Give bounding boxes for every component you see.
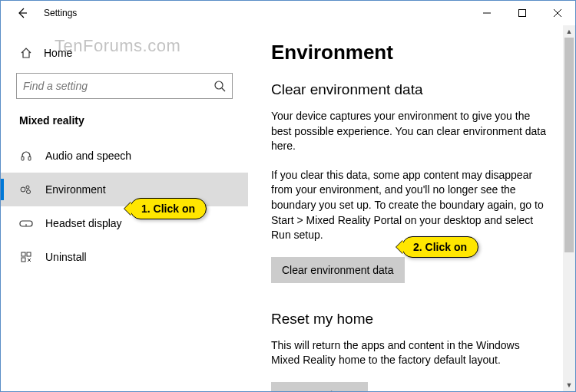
close-icon (554, 9, 561, 17)
home-label: Home (44, 47, 72, 59)
scroll-up-arrow-icon[interactable]: ▲ (563, 25, 575, 38)
section-title-reset-home: Reset my home (271, 311, 557, 328)
section-title-clear-env: Clear environment data (271, 81, 557, 98)
svg-rect-10 (22, 258, 25, 262)
svg-point-1 (215, 81, 223, 89)
clear-environment-data-button[interactable]: Clear environment data (271, 257, 405, 283)
svg-point-4 (21, 187, 25, 192)
clear-env-para2: If you clear this data, some app content… (271, 168, 548, 243)
home-icon (19, 47, 33, 59)
sidebar: Home Mixed reality Audio and speech Envi… (1, 25, 248, 391)
sidebar-home[interactable]: Home (16, 38, 233, 68)
minimize-icon (483, 9, 491, 17)
sidebar-item-label: Uninstall (45, 251, 87, 263)
svg-rect-8 (22, 252, 25, 256)
sidebar-item-label: Audio and speech (45, 150, 131, 162)
search-box[interactable] (16, 73, 233, 99)
svg-point-6 (27, 190, 31, 194)
main-panel: Environment Clear environment data Your … (248, 25, 575, 391)
maximize-button[interactable] (505, 1, 540, 25)
clear-env-para1: Your device captures your environment to… (271, 109, 548, 154)
callout-1: 1. Click on (130, 198, 207, 219)
arrow-left-icon (16, 7, 28, 19)
reset-my-home-button[interactable]: Reset my home (271, 382, 368, 391)
close-button[interactable] (540, 1, 575, 25)
maximize-icon (518, 9, 526, 17)
titlebar: Settings (1, 1, 575, 25)
sidebar-item-uninstall[interactable]: Uninstall (1, 240, 248, 274)
back-button[interactable] (7, 1, 38, 25)
search-input[interactable] (23, 80, 214, 92)
sidebar-item-label: Environment (45, 183, 106, 196)
headphones-icon (19, 150, 33, 162)
uninstall-icon (19, 251, 33, 263)
sidebar-group-title: Mixed reality (16, 114, 233, 127)
reset-home-para: This will return the apps and content in… (271, 338, 548, 368)
svg-rect-9 (27, 252, 31, 256)
window-title: Settings (38, 8, 77, 18)
scroll-thumb[interactable] (564, 38, 574, 252)
scroll-down-arrow-icon[interactable]: ▼ (563, 379, 575, 391)
svg-rect-0 (519, 10, 526, 17)
sidebar-item-label: Headset display (45, 217, 122, 229)
search-icon (214, 80, 226, 92)
headset-icon (19, 217, 33, 229)
svg-point-5 (26, 186, 29, 189)
environment-icon (19, 183, 33, 196)
page-title: Environment (271, 41, 557, 64)
sidebar-item-audio-speech[interactable]: Audio and speech (1, 139, 248, 173)
callout-2: 2. Click on (402, 236, 478, 258)
scrollbar[interactable]: ▲ ▼ (563, 25, 575, 391)
minimize-button[interactable] (469, 1, 505, 25)
window-controls (469, 1, 575, 25)
